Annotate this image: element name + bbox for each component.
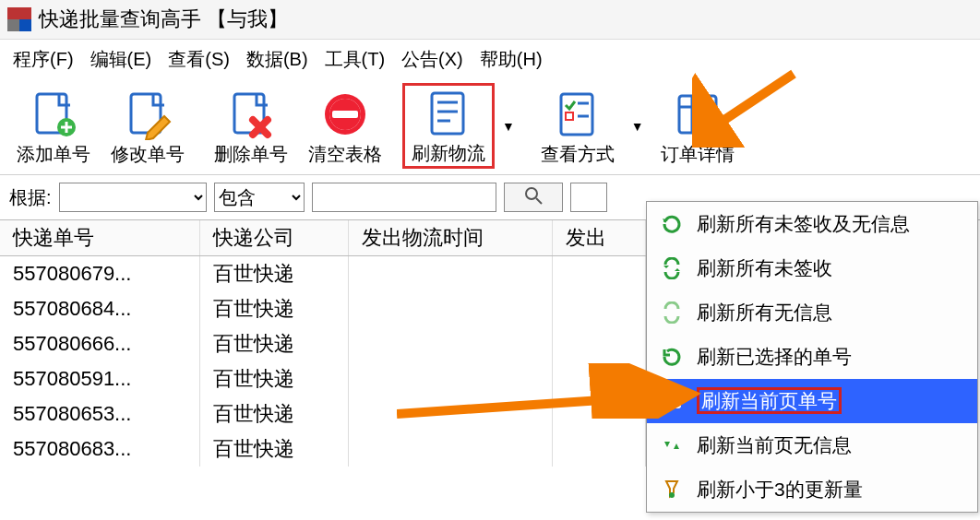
col-sendtime[interactable]: 发出物流时间 <box>348 220 553 256</box>
refresh-menu-item[interactable]: 刷新当前页无信息 <box>647 423 977 467</box>
document-edit-icon <box>122 89 173 140</box>
refresh-menu-item-label: 刷新当前页单号 <box>697 387 842 414</box>
cell-trackno: 557080653... <box>0 396 199 431</box>
cell-company: 百世快递 <box>199 326 348 361</box>
cell-sendloc <box>553 431 646 467</box>
refresh-menu-item-label: 刷新当前页无信息 <box>697 432 852 458</box>
col-company[interactable]: 快递公司 <box>199 220 348 256</box>
svg-line-23 <box>536 198 542 204</box>
checklist-icon <box>552 89 604 140</box>
cell-sendloc <box>553 326 646 361</box>
cell-company: 百世快递 <box>199 361 348 396</box>
refresh-menu-item-icon <box>660 389 684 413</box>
cell-sendtime <box>348 256 553 292</box>
refresh-menu-item[interactable]: 刷新所有无信息 <box>647 290 977 335</box>
menu-bar: 程序(F) 编辑(E) 查看(S) 数据(B) 工具(T) 公告(X) 帮助(H… <box>0 40 980 79</box>
refresh-dropdown-menu: 刷新所有未签收及无信息刷新所有未签收刷新所有无信息刷新已选择的单号刷新当前页单号… <box>646 201 978 513</box>
refresh-menu-item-label: 刷新所有未签收及无信息 <box>697 211 910 237</box>
toolbar-detail-label: 订单详情 <box>661 142 735 167</box>
cell-trackno: 557080666... <box>0 326 199 361</box>
table-row[interactable]: 557080679...百世快递 <box>0 256 646 292</box>
title-bar: 快递批量查询高手 【与我】 <box>0 0 980 40</box>
viewmode-dropdown-arrow-icon[interactable]: ▼ <box>631 119 644 134</box>
toolbar-modify-button[interactable]: 修改单号 <box>102 85 194 169</box>
cell-company: 百世快递 <box>199 256 348 292</box>
cell-sendtime <box>348 291 553 326</box>
document-plus-icon <box>28 89 79 140</box>
refresh-menu-item-label: 刷新小于3的更新量 <box>697 477 863 502</box>
refresh-menu-item-icon <box>660 345 684 369</box>
cell-trackno: 557080591... <box>0 361 199 396</box>
filter-operator-select[interactable]: 包含 <box>214 183 305 212</box>
cell-company: 百世快递 <box>199 431 348 467</box>
toolbar: 添加单号 修改单号 删除单号 清空表格 刷新物流 ▼ 查看方式 ▼ <box>0 79 980 175</box>
toolbar-clear-button[interactable]: 清空表格 <box>299 85 391 169</box>
cell-trackno: 557080684... <box>0 291 199 326</box>
menu-data[interactable]: 数据(B) <box>246 47 308 72</box>
cell-sendtime <box>348 396 553 431</box>
refresh-menu-item-icon <box>660 301 684 325</box>
menu-tool[interactable]: 工具(T) <box>325 47 386 72</box>
cell-sendloc <box>553 396 646 431</box>
toolbar-add-label: 添加单号 <box>17 142 90 167</box>
filter-label: 根据: <box>9 185 52 210</box>
cell-trackno: 557080679... <box>0 256 199 292</box>
table-row[interactable]: 557080684...百世快递 <box>0 291 646 326</box>
cell-sendtime <box>348 431 553 467</box>
toolbar-refresh-button[interactable]: 刷新物流 <box>402 83 495 169</box>
refresh-menu-item-icon <box>660 256 684 280</box>
cell-trackno: 557080683... <box>0 431 199 467</box>
window-title: 快递批量查询高手 【与我】 <box>39 6 288 33</box>
toolbar-clear-label: 清空表格 <box>308 142 382 167</box>
menu-view[interactable]: 查看(S) <box>168 47 230 72</box>
app-logo-icon <box>7 7 31 31</box>
svg-rect-10 <box>332 111 358 118</box>
toolbar-add-button[interactable]: 添加单号 <box>7 85 100 169</box>
toolbar-viewmode-button[interactable]: 查看方式 <box>532 85 624 169</box>
toolbar-detail-button[interactable]: 订单详情 <box>651 85 744 169</box>
filter-extra-input[interactable] <box>570 183 607 212</box>
refresh-menu-item-icon <box>660 433 684 457</box>
menu-program[interactable]: 程序(F) <box>13 47 74 72</box>
table-row[interactable]: 557080653...百世快递 <box>0 396 646 431</box>
refresh-menu-item[interactable]: 刷新小于3的更新量 <box>647 467 977 512</box>
toolbar-delete-button[interactable]: 删除单号 <box>205 85 297 169</box>
col-sendloc[interactable]: 发出 <box>553 220 646 256</box>
menu-notice[interactable]: 公告(X) <box>401 47 463 72</box>
refresh-menu-item-icon <box>660 212 684 236</box>
toolbar-refresh-label: 刷新物流 <box>412 141 485 166</box>
table-row[interactable]: 557080683...百世快递 <box>0 431 646 467</box>
toolbar-modify-label: 修改单号 <box>111 142 185 167</box>
filter-search-button[interactable] <box>504 183 563 212</box>
cell-sendloc <box>553 291 646 326</box>
document-lines-icon <box>423 88 474 139</box>
cell-sendtime <box>348 361 553 396</box>
cell-sendtime <box>348 326 553 361</box>
refresh-menu-item[interactable]: 刷新所有未签收及无信息 <box>647 202 977 246</box>
refresh-menu-item-label: 刷新已选择的单号 <box>697 344 852 370</box>
order-detail-icon <box>672 89 723 140</box>
no-entry-icon <box>319 89 371 140</box>
refresh-dropdown-arrow-icon[interactable]: ▼ <box>502 119 515 134</box>
table-row[interactable]: 557080591...百世快递 <box>0 361 646 396</box>
refresh-menu-item[interactable]: 刷新当前页单号 <box>647 379 977 423</box>
refresh-menu-item[interactable]: 刷新所有未签收 <box>647 246 977 290</box>
menu-help[interactable]: 帮助(H) <box>480 47 543 72</box>
col-trackno[interactable]: 快递单号 <box>0 220 199 256</box>
magnifier-icon <box>524 186 543 209</box>
filter-value-input[interactable] <box>312 183 496 212</box>
table-row[interactable]: 557080666...百世快递 <box>0 326 646 361</box>
menu-edit[interactable]: 编辑(E) <box>90 47 152 72</box>
svg-rect-2 <box>7 19 19 31</box>
cell-sendloc <box>553 256 646 292</box>
cell-company: 百世快递 <box>199 396 348 431</box>
svg-point-22 <box>526 188 537 199</box>
cell-sendloc <box>553 361 646 396</box>
toolbar-delete-label: 删除单号 <box>214 142 288 167</box>
filter-field-select[interactable] <box>59 183 207 212</box>
svg-point-25 <box>669 492 675 498</box>
refresh-menu-item[interactable]: 刷新已选择的单号 <box>647 335 977 379</box>
refresh-menu-item-icon <box>660 478 684 502</box>
toolbar-viewmode-label: 查看方式 <box>541 142 615 167</box>
refresh-menu-item-label: 刷新所有无信息 <box>697 300 832 325</box>
